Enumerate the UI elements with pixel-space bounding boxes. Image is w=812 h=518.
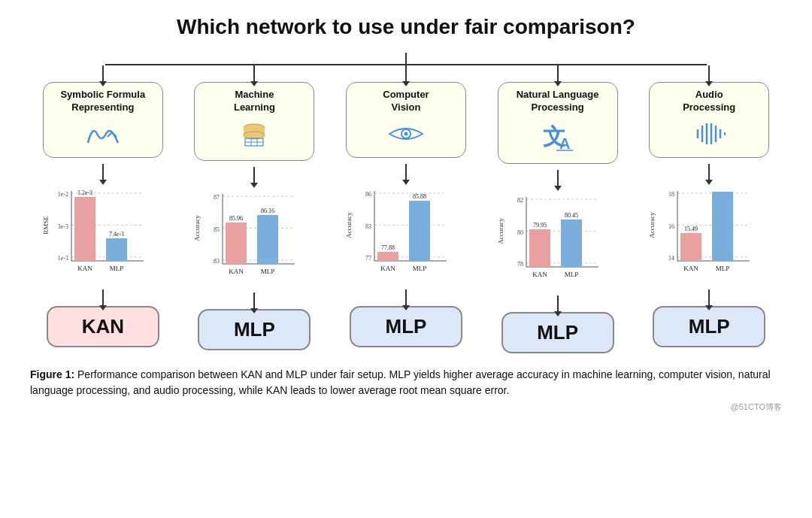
column-audio: AudioProcessing 141618Accuracy15.4917.74… — [636, 65, 782, 353]
category-label-nlp: Natural LanguageProcessing — [517, 89, 599, 114]
column-symbolic: Symbolic FormulaRepresenting 1e-33e-31e-… — [30, 65, 176, 353]
svg-text:1e-2: 1e-2 — [58, 191, 68, 198]
svg-rect-31 — [226, 223, 247, 264]
svg-text:14: 14 — [668, 255, 674, 262]
svg-text:85.96: 85.96 — [229, 215, 243, 222]
category-icon-cv — [387, 122, 425, 151]
svg-text:79.95: 79.95 — [533, 222, 547, 229]
watermark: @51CTO博客 — [30, 401, 782, 413]
category-icon-audio — [690, 122, 728, 151]
svg-text:80: 80 — [517, 229, 523, 235]
svg-text:MLP: MLP — [564, 271, 578, 278]
svg-text:86.16: 86.16 — [261, 208, 274, 214]
svg-text:MLP: MLP — [413, 265, 427, 272]
svg-rect-68 — [561, 220, 582, 267]
result-box-nlp: MLP — [501, 312, 614, 353]
chart-nlp: 788082Accuracy79.9580.45KANMLP — [498, 195, 618, 292]
svg-text:MLP: MLP — [261, 268, 275, 275]
column-cv: ComputerVision 778386Accuracy77.8885.88K… — [333, 65, 479, 353]
chart-cv: 778386Accuracy77.8885.88KANMLP — [346, 189, 466, 286]
svg-text:3e-3: 3e-3 — [58, 223, 68, 229]
svg-text:15.49: 15.49 — [684, 226, 698, 232]
svg-rect-9 — [74, 197, 95, 261]
result-box-symbolic: KAN — [47, 306, 159, 347]
svg-text:A: A — [559, 135, 570, 152]
svg-text:MLP: MLP — [110, 265, 124, 272]
column-nlp: Natural LanguageProcessing 文 A 788082Acc… — [485, 65, 631, 353]
caption-figure-label: Figure 1: — [30, 368, 74, 380]
category-icon-nlp: 文 A — [541, 122, 574, 157]
svg-text:Accuracy: Accuracy — [498, 218, 504, 244]
category-label-audio: AudioProcessing — [683, 89, 735, 114]
svg-text:Accuracy: Accuracy — [346, 212, 353, 238]
category-box-ml: MachineLearning — [194, 82, 314, 161]
category-icon-symbolic — [85, 122, 121, 151]
category-icon-ml — [236, 122, 272, 154]
svg-text:RMSE: RMSE — [43, 216, 50, 235]
svg-rect-89 — [680, 233, 701, 261]
svg-rect-91 — [712, 192, 733, 261]
svg-text:18: 18 — [668, 191, 674, 198]
svg-text:86: 86 — [365, 191, 371, 198]
svg-text:1e-3: 1e-3 — [58, 255, 68, 262]
main-container: Which network to use under fair comparis… — [30, 15, 782, 413]
chart-ml: 838587Accuracy85.9686.16KANMLP — [194, 192, 314, 289]
result-box-audio: MLP — [653, 306, 765, 347]
svg-rect-50 — [409, 201, 430, 261]
main-title: Which network to use under fair comparis… — [30, 15, 782, 39]
svg-text:78: 78 — [517, 261, 523, 268]
svg-text:7.4e-3: 7.4e-3 — [109, 231, 124, 238]
chart-symbolic: 1e-33e-31e-2RMSE1.2e-37.4e-3KANMLP — [43, 189, 163, 286]
category-label-cv: ComputerVision — [383, 89, 429, 114]
svg-rect-33 — [257, 215, 278, 264]
svg-text:83: 83 — [365, 223, 371, 229]
category-box-audio: AudioProcessing — [649, 82, 769, 158]
figure-caption: Figure 1: Performance comparison between… — [30, 367, 782, 398]
chart-audio: 141618Accuracy15.4917.74KANMLP — [649, 189, 769, 286]
columns-container: Symbolic FormulaRepresenting 1e-33e-31e-… — [30, 65, 782, 353]
result-box-ml: MLP — [198, 309, 311, 350]
svg-text:83: 83 — [214, 258, 220, 265]
svg-text:77.88: 77.88 — [381, 244, 395, 251]
svg-text:77: 77 — [365, 255, 371, 262]
svg-text:17.74: 17.74 — [716, 189, 729, 191]
svg-text:85.88: 85.88 — [413, 193, 426, 200]
svg-text:MLP: MLP — [716, 265, 730, 272]
svg-text:KAN: KAN — [683, 265, 698, 272]
category-box-symbolic: Symbolic FormulaRepresenting — [43, 82, 163, 158]
svg-text:82: 82 — [517, 197, 523, 204]
caption-text: Performance comparison between KAN and M… — [30, 368, 771, 396]
svg-point-38 — [404, 132, 408, 135]
svg-text:KAN: KAN — [532, 271, 547, 278]
svg-text:1.2e-3: 1.2e-3 — [77, 189, 92, 196]
category-box-nlp: Natural LanguageProcessing 文 A — [498, 82, 618, 164]
svg-text:Accuracy: Accuracy — [194, 215, 201, 241]
category-label-ml: MachineLearning — [234, 89, 275, 114]
svg-text:87: 87 — [214, 194, 220, 201]
svg-text:Accuracy: Accuracy — [649, 212, 656, 238]
category-label-symbolic: Symbolic FormulaRepresenting — [60, 89, 145, 114]
svg-text:85: 85 — [214, 226, 220, 232]
svg-rect-48 — [377, 252, 398, 261]
svg-text:80.45: 80.45 — [565, 212, 578, 219]
svg-text:KAN: KAN — [77, 265, 92, 272]
category-box-cv: ComputerVision — [346, 82, 466, 158]
svg-text:KAN: KAN — [229, 268, 244, 275]
svg-rect-11 — [106, 238, 127, 261]
svg-text:16: 16 — [668, 223, 674, 229]
column-ml: MachineLearning 838587Accuracy85.9686.16… — [182, 65, 328, 353]
svg-rect-66 — [529, 229, 550, 267]
result-box-cv: MLP — [350, 306, 462, 347]
svg-text:KAN: KAN — [380, 265, 395, 272]
